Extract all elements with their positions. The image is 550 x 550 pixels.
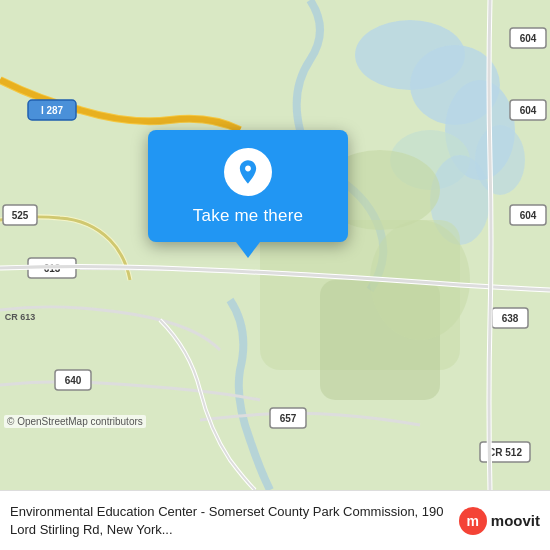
location-popup[interactable]: Take me there (148, 130, 348, 242)
svg-text:640: 640 (65, 375, 82, 386)
map-container: I 287 525 613 CR 613 640 657 638 CR 512 (0, 0, 550, 490)
moovit-logo: m moovit (459, 507, 540, 535)
svg-point-6 (475, 125, 525, 195)
copyright-text: © OpenStreetMap contributors (4, 415, 146, 428)
location-description: Environmental Education Center - Somerse… (10, 503, 451, 538)
svg-text:604: 604 (520, 105, 537, 116)
pin-icon-container (224, 148, 272, 196)
svg-text:657: 657 (280, 413, 297, 424)
svg-text:CR 512: CR 512 (488, 447, 522, 458)
moovit-wordmark: moovit (491, 512, 540, 529)
svg-text:525: 525 (12, 210, 29, 221)
svg-text:604: 604 (520, 210, 537, 221)
svg-text:638: 638 (502, 313, 519, 324)
bottom-bar: Environmental Education Center - Somerse… (0, 490, 550, 550)
svg-text:I 287: I 287 (41, 105, 64, 116)
svg-text:CR 613: CR 613 (5, 312, 36, 322)
take-me-there-button[interactable]: Take me there (193, 206, 303, 226)
location-pin-icon (234, 158, 262, 186)
svg-text:604: 604 (520, 33, 537, 44)
moovit-m-icon: m (459, 507, 487, 535)
